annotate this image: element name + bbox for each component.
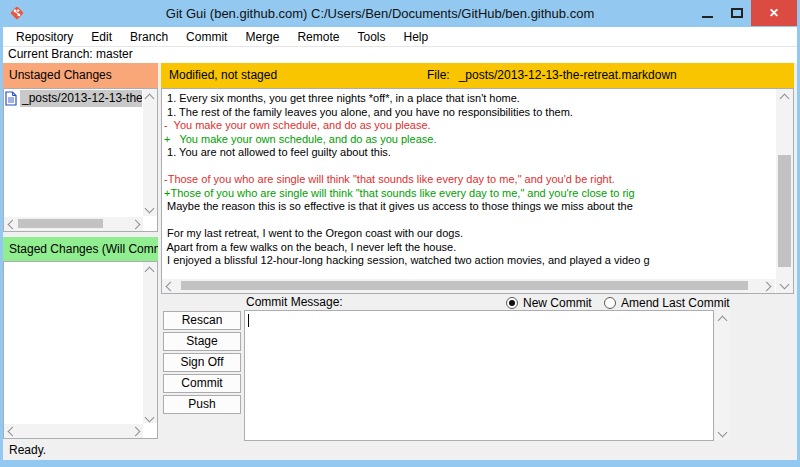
file-name: _posts/2013-12-13-the-r	[20, 90, 142, 107]
rescan-button[interactable]: Rescan	[163, 311, 241, 330]
staged-hscrollbar[interactable]	[4, 424, 143, 438]
current-branch-label: Current Branch:	[8, 47, 93, 61]
diff-line	[164, 214, 775, 228]
unstaged-changes-header: Unstaged Changes	[3, 63, 158, 88]
radio-amend-last-commit[interactable]: Amend Last Commit	[604, 295, 730, 310]
commit-message-label: Commit Message:	[246, 295, 343, 310]
commit-button[interactable]: Commit	[163, 374, 241, 393]
staged-changes-header: Staged Changes (Will Commit)	[3, 237, 158, 261]
diff-status-header: Modified, not staged File: _posts/2013-1…	[161, 63, 794, 88]
diff-file-path: _posts/2013-12-13-the-retreat.markdown	[459, 63, 677, 88]
current-branch-bar: Current Branch: master	[3, 47, 797, 63]
diff-line: 1. Every six months, you get three night…	[164, 92, 775, 106]
unstaged-vscrollbar[interactable]	[143, 89, 157, 216]
menu-item-tools[interactable]: Tools	[348, 27, 394, 47]
file-item[interactable]: _posts/2013-12-13-the-r	[5, 90, 142, 107]
diff-line: + You make your own schedule, and do as …	[164, 133, 775, 147]
radio-new-commit-label: New Commit	[523, 296, 592, 310]
diff-line: 1. You are not allowed to feel guilty ab…	[164, 146, 775, 160]
radio-dot	[509, 300, 515, 306]
radio-amend-label: Amend Last Commit	[621, 296, 730, 310]
diff-status-label: Modified, not staged	[169, 63, 277, 88]
git-logo-icon	[9, 5, 25, 21]
diff-line: 1. The rest of the family leaves you alo…	[164, 106, 775, 120]
radio-selected-icon	[506, 297, 518, 309]
sign-off-button[interactable]: Sign Off	[163, 353, 241, 372]
text-cursor	[248, 314, 249, 327]
diff-file-label: File:	[427, 63, 450, 88]
git-gui-window: Git Gui (ben.github.com) C:/Users/Ben/Do…	[0, 0, 800, 467]
current-branch-value: master	[96, 47, 133, 61]
unstaged-file-list	[3, 88, 158, 232]
menu-item-merge[interactable]: Merge	[236, 27, 288, 47]
stage-changed-button[interactable]: Stage Changed	[163, 332, 241, 351]
menu-item-repository[interactable]: Repository	[7, 27, 82, 47]
file-icon	[5, 91, 17, 106]
diff-line: Apart from a few walks on the beach, I n…	[164, 241, 775, 255]
diff-line: -Those of you who are single will think …	[164, 173, 775, 187]
diff-line	[164, 160, 775, 174]
radio-new-commit[interactable]: New Commit	[506, 295, 592, 310]
status-bar: Ready.	[3, 441, 797, 460]
maximize-button[interactable]	[722, 0, 751, 26]
staged-file-list	[3, 261, 158, 439]
menu-bar: Repository Edit Branch Commit Merge Remo…	[3, 27, 797, 47]
diff-line: Maybe the reason this is so effective is…	[164, 200, 775, 214]
diff-hscrollbar-thumb[interactable]	[181, 281, 748, 290]
commit-vscrollbar[interactable]	[715, 311, 730, 440]
push-button[interactable]: Push	[163, 395, 241, 414]
minimize-icon	[702, 16, 713, 18]
commit-message-input[interactable]	[244, 310, 714, 441]
status-text: Ready.	[9, 443, 46, 457]
menu-item-branch[interactable]: Branch	[121, 27, 177, 47]
title-bar: Git Gui (ben.github.com) C:/Users/Ben/Do…	[0, 0, 800, 27]
window-title: Git Gui (ben.github.com) C:/Users/Ben/Do…	[80, 0, 680, 27]
maximize-icon	[731, 8, 743, 18]
diff-line: I enjoyed a blissful 12-hour-long hackin…	[164, 254, 775, 268]
diff-vscrollbar-thumb[interactable]	[778, 155, 791, 267]
close-button[interactable]: ✕	[751, 0, 797, 26]
diff-line: - You make your own schedule, and do as …	[164, 119, 775, 133]
diff-line: +Those of you who are single will think …	[164, 187, 775, 201]
close-icon: ✕	[769, 6, 779, 20]
minimize-button[interactable]	[693, 0, 722, 26]
menu-item-commit[interactable]: Commit	[177, 27, 236, 47]
staged-vscrollbar[interactable]	[143, 262, 157, 423]
diff-file-group: File: _posts/2013-12-13-the-retreat.mark…	[427, 63, 677, 88]
menu-item-edit[interactable]: Edit	[82, 27, 121, 47]
radio-unselected-icon	[604, 297, 616, 309]
menu-item-remote[interactable]: Remote	[288, 27, 348, 47]
diff-line: For my last retreat, I went to the Orego…	[164, 227, 775, 241]
diff-text: 1. Every six months, you get three night…	[164, 92, 775, 276]
unstaged-hscrollbar-thumb[interactable]	[18, 219, 103, 228]
menu-item-help[interactable]: Help	[394, 27, 437, 47]
